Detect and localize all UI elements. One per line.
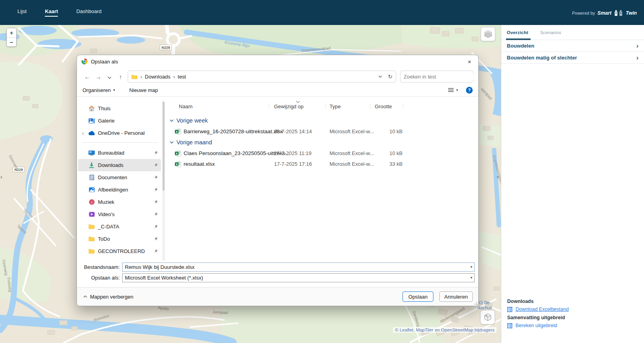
hide-folders-button[interactable]: Mappen verbergen	[83, 294, 133, 300]
zoom-in-button[interactable]: +	[7, 28, 16, 37]
back-icon[interactable]: ←	[82, 73, 93, 80]
forward-icon[interactable]: →	[93, 73, 104, 80]
folder-icon	[88, 249, 96, 254]
svg-text:Junopad: Junopad	[213, 310, 228, 315]
column-gewijzigd-op[interactable]: Gewijzigd op	[274, 103, 303, 109]
resize-grip[interactable]	[474, 301, 477, 305]
save-button[interactable]: Opslaan	[402, 291, 433, 302]
file-row[interactable]: X resultaat.xlsx 17-7-2025 17:16 Microso…	[165, 159, 479, 169]
caret-down-icon: ▾	[113, 88, 115, 92]
desktop-icon	[88, 150, 96, 156]
new-folder-button[interactable]: Nieuwe map	[129, 87, 158, 93]
excel-file-icon: X	[175, 150, 181, 157]
table-icon	[507, 323, 512, 328]
chevron-right-icon: ›	[636, 43, 638, 49]
layers-button[interactable]	[481, 27, 495, 41]
breadcrumb-downloads[interactable]: Downloads	[145, 74, 170, 80]
folder-icon	[131, 74, 138, 79]
cancel-button[interactable]: Annuleren	[439, 291, 473, 302]
sidebar-item-onedrive[interactable]: › OneDrive - Personal	[78, 127, 161, 139]
recent-locations-icon[interactable]	[104, 73, 115, 80]
svg-text:N229: N229	[161, 46, 170, 50]
accordion-label: Bouwdelen	[507, 43, 534, 49]
sidebar-item-afbeeldingen[interactable]: Afbeeldingen	[78, 184, 161, 196]
sidebar-item-videos[interactable]: Video's	[78, 208, 161, 220]
nav-pane-scrollbar[interactable]	[162, 102, 165, 261]
organize-button[interactable]: Organiseren ▾	[82, 87, 115, 93]
summary-heading: Samenvatting uitgebreid	[507, 315, 569, 320]
folder-icon	[88, 236, 96, 241]
caret-down-icon: ▾	[456, 88, 458, 92]
sidebar-item-label: ToDo	[98, 236, 153, 242]
nav-items: Lijst Kaart Dashboard	[0, 8, 102, 17]
file-name: resultaat.xlsx	[184, 161, 215, 167]
road-badge-n229-top: N229	[160, 45, 172, 50]
chevron-up-icon	[83, 295, 87, 298]
file-row[interactable]: X Barrierweg_16-20250728-uittrekstaat.xl…	[165, 126, 479, 137]
file-size: 33 kB	[389, 161, 402, 167]
sidebar-item-c-data[interactable]: _C-DATA	[78, 220, 161, 233]
nav-item-dashboard[interactable]: Dashboard	[76, 8, 102, 17]
accordion-bouwdelen-matig[interactable]: Bouwdelen matig of slechter ›	[501, 52, 644, 64]
right-sidebar: Overzicht Scenarios Bouwdelen › Bouwdele…	[501, 25, 644, 343]
sidebar-item-label: Documenten	[98, 174, 153, 180]
view-mode-button[interactable]: ▾	[448, 88, 458, 92]
file-type: Microsoft Excel-w...	[330, 161, 374, 167]
map-attribution[interactable]: © Leaflet, MapTiler en OpenStreetMap bij…	[393, 327, 496, 333]
dialog-title-bar[interactable]: Opslaan als ×	[77, 55, 478, 68]
dialog-toolbar: Organiseren ▾ Nieuwe map ▾ ?	[77, 84, 478, 97]
column-naam[interactable]: Naam	[179, 103, 193, 109]
group-header-vorige-week[interactable]: Vorige week	[165, 115, 479, 126]
file-name: Barrierweg_16-20250728-uittrekstaat.xlsx	[184, 128, 283, 134]
sidebar-item-thuis[interactable]: Thuis	[78, 102, 161, 115]
chrome-icon	[81, 58, 88, 65]
collapse-left-handle[interactable]: ‹	[0, 174, 2, 180]
app-root: N229 N229 Kromme Rijn Groenewoudpad aard…	[0, 0, 644, 343]
tab-overzicht[interactable]: Overzicht	[507, 25, 528, 40]
download-excel-link[interactable]: Download Excelbestand	[507, 307, 569, 312]
sidebar-item-downloads[interactable]: Downloads	[78, 159, 161, 171]
chevron-down-icon[interactable]: ▾	[470, 265, 472, 269]
close-icon[interactable]: ×	[461, 55, 478, 68]
nav-item-kaart[interactable]: Kaart	[45, 8, 58, 17]
file-row[interactable]: X Claes Persoonslaan_23-20250505-uittrek…	[165, 148, 479, 159]
help-icon[interactable]: ?	[466, 87, 473, 94]
column-grootte[interactable]: Grootte	[375, 103, 392, 109]
excel-file-icon: X	[175, 161, 181, 167]
column-type[interactable]: Type	[330, 103, 341, 109]
save-as-dialog: Opslaan als × ← → ↑ › Downloads › test	[77, 55, 479, 306]
bereken-uitgebreid-link[interactable]: Bereken uitgebreid	[507, 323, 569, 328]
sidebar-item-label: GECONTROLEERD	[98, 248, 153, 254]
search-input[interactable]	[404, 74, 473, 80]
expander-icon[interactable]: ›	[82, 130, 88, 136]
dialog-form: Bestandsnaam: ▾ Opslaan als: Microsoft E…	[77, 262, 479, 284]
up-icon[interactable]: ↑	[115, 73, 126, 80]
accordion-bouwdelen[interactable]: Bouwdelen ›	[501, 40, 644, 52]
savetype-select[interactable]: Microsoft Excel Worksheet (*.xlsx) ▾	[122, 273, 475, 282]
nav-item-lijst[interactable]: Lijst	[17, 8, 27, 17]
downloads-icon	[88, 162, 96, 168]
3d-view-button[interactable]	[480, 310, 495, 324]
videos-icon	[88, 212, 96, 217]
filename-input[interactable]	[125, 264, 472, 270]
sidebar-item-label: OneDrive - Personal	[98, 130, 158, 136]
zoom-out-button[interactable]: −	[7, 37, 16, 46]
collapse-right-handle[interactable]: ›	[497, 174, 499, 180]
sidebar-item-bureaublad[interactable]: Bureaublad	[78, 147, 161, 159]
sidebar-item-galerie[interactable]: Galerie	[78, 115, 161, 127]
breadcrumb-test[interactable]: test	[178, 74, 186, 80]
file-modified: 28-7-2025 14:14	[274, 128, 312, 134]
group-header-vorige-maand[interactable]: Vorige maand	[165, 137, 479, 148]
file-modified: 17-7-2025 17:16	[274, 161, 312, 167]
sidebar-item-documenten[interactable]: Documenten	[78, 171, 161, 184]
pin-icon	[153, 163, 158, 167]
refresh-icon[interactable]: ↻	[388, 73, 393, 80]
sidebar-item-muziek[interactable]: ♪ Muziek	[78, 196, 161, 208]
tab-scenarios[interactable]: Scenarios	[540, 25, 561, 40]
sidebar-item-gecontroleerd[interactable]: GECONTROLEERD	[78, 245, 161, 257]
breadcrumb[interactable]: › Downloads › test ↻	[128, 71, 396, 82]
address-dropdown-icon[interactable]	[378, 75, 382, 78]
filename-combo: ▾	[122, 263, 475, 272]
sidebar-divider	[82, 142, 158, 143]
sidebar-item-todo[interactable]: ToDo	[78, 233, 161, 245]
